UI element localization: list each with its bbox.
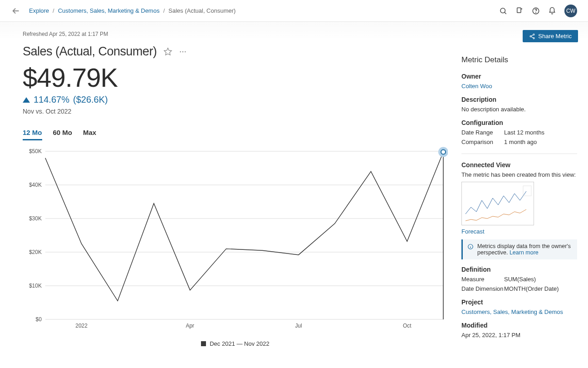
top-actions: CW <box>499 5 577 17</box>
date-range-val: Last 12 months <box>504 129 544 136</box>
change-pct: 114.67% <box>34 94 69 105</box>
connected-heading: Connected View <box>461 161 577 169</box>
share-metric-label: Share Metric <box>538 33 572 40</box>
svg-point-3 <box>536 12 536 13</box>
svg-text:Apr: Apr <box>186 323 195 329</box>
change-abs: ($26.6K) <box>73 94 108 105</box>
back-icon[interactable] <box>11 6 21 16</box>
modified-text: Apr 25, 2022, 1:17 PM <box>461 332 577 338</box>
config-heading: Configuration <box>461 119 577 126</box>
datedim-val: MONTH(Order Date) <box>504 285 559 292</box>
search-icon[interactable] <box>499 7 507 15</box>
svg-point-9 <box>185 51 186 52</box>
svg-point-0 <box>500 8 505 13</box>
measure-key: Measure <box>461 276 504 283</box>
connected-view-thumbnail[interactable] <box>461 182 534 225</box>
share-metric-button[interactable]: Share Metric <box>523 30 578 42</box>
datedim-key: Date Dimension <box>461 285 504 292</box>
comparison-key: Comparison <box>461 139 504 145</box>
owner-link[interactable]: Colten Woo <box>461 83 577 90</box>
tab-12mo[interactable]: 12 Mo <box>23 129 42 140</box>
refreshed-timestamp: Refreshed Apr 25, 2022 at 1:17 PM <box>23 31 448 37</box>
breadcrumb-explore[interactable]: Explore <box>29 7 49 14</box>
description-heading: Description <box>461 96 577 103</box>
metric-details-panel: Metric Details Owner Colten Woo Descript… <box>461 55 577 363</box>
breadcrumb-current: Sales (Actual, Consumer) <box>168 7 235 14</box>
svg-text:$20K: $20K <box>29 249 42 255</box>
avatar[interactable]: CW <box>564 5 577 17</box>
svg-point-7 <box>180 51 181 52</box>
definition-heading: Definition <box>461 266 577 273</box>
bell-icon[interactable] <box>548 7 556 15</box>
chart-legend: Dec 2021 — Nov 2022 <box>23 340 448 347</box>
metric-value: $49.79K <box>23 62 448 93</box>
change-indicator: 114.67% ($26.6K) <box>23 94 448 105</box>
legend-label: Dec 2021 — Nov 2022 <box>210 340 270 347</box>
help-icon[interactable] <box>532 7 540 15</box>
modified-heading: Modified <box>461 322 577 329</box>
owner-heading: Owner <box>461 73 577 80</box>
svg-text:$30K: $30K <box>29 215 42 222</box>
more-icon[interactable] <box>179 48 187 56</box>
compare-label: Nov vs. Oct 2022 <box>23 108 448 115</box>
svg-text:$40K: $40K <box>29 182 42 188</box>
description-text: No description available. <box>461 106 577 113</box>
svg-point-8 <box>182 51 183 52</box>
comparison-val: 1 month ago <box>504 139 537 145</box>
breadcrumb-sep: / <box>53 7 54 14</box>
svg-text:$0: $0 <box>36 316 42 323</box>
project-link[interactable]: Customers, Sales, Marketing & Demos <box>461 308 577 315</box>
topbar: Explore / Customers, Sales, Marketing & … <box>0 0 588 22</box>
breadcrumb-project[interactable]: Customers, Sales, Marketing & Demos <box>58 7 160 14</box>
svg-point-28 <box>441 150 446 154</box>
info-callout: Metrics display data from the owner's pe… <box>461 239 577 259</box>
main: Refreshed Apr 25, 2022 at 1:17 PM Sales … <box>16 31 448 363</box>
page-title: Sales (Actual, Consumer) <box>23 45 157 59</box>
learn-more-link[interactable]: Learn more <box>510 249 539 256</box>
project-heading: Project <box>461 298 577 306</box>
svg-point-5 <box>530 35 531 37</box>
details-heading: Metric Details <box>461 55 577 65</box>
svg-text:Jul: Jul <box>295 323 302 329</box>
timeseries-chart[interactable]: $0$10K$20K$30K$40K$50K2022AprJulOct <box>23 147 448 338</box>
tab-60mo[interactable]: 60 Mo <box>53 129 73 140</box>
svg-text:2022: 2022 <box>75 323 88 329</box>
svg-text:Oct: Oct <box>403 323 412 329</box>
svg-point-4 <box>533 34 534 35</box>
breadcrumb-sep: / <box>163 7 165 14</box>
measure-val: SUM(Sales) <box>504 276 536 283</box>
tab-max[interactable]: Max <box>83 129 96 140</box>
svg-text:$50K: $50K <box>29 148 42 154</box>
new-item-icon[interactable] <box>515 7 524 15</box>
svg-text:$10K: $10K <box>29 283 42 289</box>
connected-text: The metric has been created from this vi… <box>461 171 577 178</box>
legend-swatch <box>201 341 206 346</box>
date-range-key: Date Range <box>461 129 504 136</box>
breadcrumb: Explore / Customers, Sales, Marketing & … <box>11 6 235 16</box>
forecast-link[interactable]: Forecast <box>461 228 577 235</box>
star-icon[interactable] <box>163 47 172 56</box>
range-tabs: 12 Mo 60 Mo Max <box>23 129 448 140</box>
svg-point-6 <box>533 37 534 39</box>
up-triangle-icon <box>23 97 30 103</box>
info-icon <box>467 244 474 251</box>
divider <box>461 154 577 154</box>
svg-rect-1 <box>517 8 521 13</box>
